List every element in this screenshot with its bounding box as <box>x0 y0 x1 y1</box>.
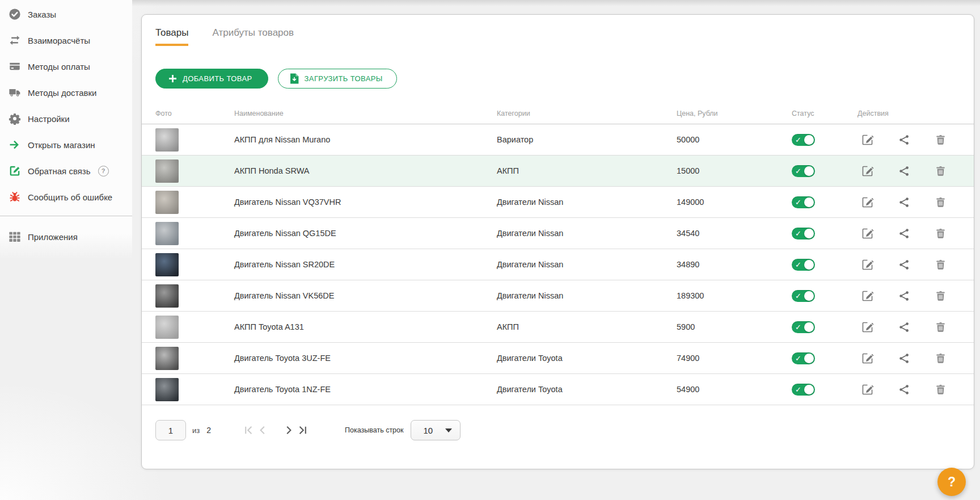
share-icon[interactable] <box>898 384 910 396</box>
sidebar-menu: Заказы Взаиморасчёты Методы оплаты Метод… <box>0 1 132 210</box>
table-body: АКПП для Nissan Murano Вариатор 50000 ✓ … <box>142 124 974 405</box>
edit-icon[interactable] <box>861 352 874 365</box>
trash-icon[interactable] <box>935 165 947 177</box>
check-icon: ✓ <box>795 384 801 395</box>
help-circle-icon[interactable]: ? <box>98 166 109 177</box>
status-toggle[interactable]: ✓ <box>792 259 815 271</box>
product-name: Двигатель Nissan SR20DE <box>234 260 497 269</box>
status-toggle[interactable]: ✓ <box>792 196 815 208</box>
chevron-down-icon <box>445 428 452 432</box>
product-photo <box>155 316 179 339</box>
sidebar-item-apps[interactable]: Приложения <box>0 224 132 250</box>
tab-products[interactable]: Товары <box>155 27 188 46</box>
trash-icon[interactable] <box>935 352 947 364</box>
product-photo <box>155 378 179 401</box>
trash-icon[interactable] <box>935 259 947 271</box>
page-number-input[interactable]: 1 <box>155 420 186 440</box>
edit-icon[interactable] <box>861 289 874 302</box>
upload-products-button[interactable]: ЗАГРУЗИТЬ ТОВАРЫ <box>278 69 397 89</box>
check-circle-icon <box>8 7 22 21</box>
status-toggle[interactable]: ✓ <box>792 165 815 177</box>
share-icon[interactable] <box>898 321 910 333</box>
edit-icon[interactable] <box>861 227 874 240</box>
status-toggle[interactable]: ✓ <box>792 134 815 146</box>
tab-product-attributes[interactable]: Атрибуты товаров <box>212 27 294 46</box>
edit-icon[interactable] <box>861 196 874 209</box>
sidebar-item-6[interactable]: Обратная связь ? <box>0 158 132 184</box>
top-shadow <box>0 0 980 6</box>
trash-icon[interactable] <box>935 196 947 208</box>
product-category: Двигатели Nissan <box>497 291 677 300</box>
status-toggle[interactable]: ✓ <box>792 384 815 396</box>
status-toggle[interactable]: ✓ <box>792 321 815 333</box>
check-icon: ✓ <box>795 259 801 270</box>
pagination-total-pages: 2 <box>206 426 211 435</box>
trash-icon[interactable] <box>935 321 947 333</box>
product-price: 149000 <box>677 198 788 207</box>
toggle-knob <box>804 166 814 176</box>
product-photo <box>155 347 179 370</box>
status-toggle[interactable]: ✓ <box>792 352 815 364</box>
edit-icon[interactable] <box>861 383 874 396</box>
share-icon[interactable] <box>898 196 910 208</box>
product-price: 34890 <box>677 260 788 269</box>
check-icon: ✓ <box>795 291 801 301</box>
grid-icon <box>8 230 22 243</box>
products-card: Товары Атрибуты товаров ДОБАВИТЬ ТОВАР З… <box>141 14 974 469</box>
pagination-of-label: из <box>192 426 200 435</box>
product-name: АКПП Honda SRWA <box>234 166 497 175</box>
sidebar-item-label: Приложения <box>28 232 78 242</box>
product-photo <box>155 253 179 276</box>
prev-page-icon[interactable] <box>259 426 265 435</box>
first-page-icon[interactable] <box>244 426 254 435</box>
product-photo <box>155 284 179 308</box>
sidebar-item-2[interactable]: Методы оплаты <box>0 53 132 79</box>
upload-products-label: ЗАГРУЗИТЬ ТОВАРЫ <box>305 74 383 83</box>
sidebar-item-0[interactable]: Заказы <box>0 1 132 27</box>
share-icon[interactable] <box>898 165 910 177</box>
check-icon: ✓ <box>795 322 801 333</box>
toggle-knob <box>804 260 814 270</box>
edit-icon[interactable] <box>861 321 874 334</box>
product-price: 54900 <box>677 385 788 394</box>
share-icon[interactable] <box>898 228 910 240</box>
sidebar-item-5[interactable]: Открыть магазин <box>0 132 132 158</box>
col-header-price: Цена, Рубли <box>677 110 788 117</box>
add-product-button[interactable]: ДОБАВИТЬ ТОВАР <box>155 69 268 89</box>
truck-icon <box>8 86 22 99</box>
trash-icon[interactable] <box>935 134 947 146</box>
next-page-icon[interactable] <box>286 426 293 435</box>
share-icon[interactable] <box>898 352 910 364</box>
edit-icon[interactable] <box>861 165 874 178</box>
trash-icon[interactable] <box>935 290 947 302</box>
plus-icon <box>168 74 177 83</box>
status-toggle[interactable]: ✓ <box>792 290 815 302</box>
sidebar-item-4[interactable]: Настройки <box>0 106 132 132</box>
edit-icon[interactable] <box>861 258 874 271</box>
rows-per-page-select[interactable]: 10 <box>411 420 461 440</box>
trash-icon[interactable] <box>935 384 947 396</box>
col-header-category: Категории <box>497 110 677 117</box>
sidebar-item-3[interactable]: Методы доставки <box>0 79 132 106</box>
sidebar-item-7[interactable]: Сообщить об ошибке <box>0 184 132 210</box>
last-page-icon[interactable] <box>298 426 307 435</box>
share-icon[interactable] <box>898 290 910 302</box>
arrow-right-icon <box>8 138 22 152</box>
product-price: 50000 <box>677 135 788 144</box>
share-icon[interactable] <box>898 259 910 271</box>
share-icon[interactable] <box>898 134 910 146</box>
rows-per-page-value: 10 <box>423 426 433 435</box>
sidebar-item-1[interactable]: Взаиморасчёты <box>0 27 132 53</box>
trash-icon[interactable] <box>935 228 947 240</box>
product-category: АКПП <box>497 166 677 175</box>
edit-icon[interactable] <box>861 133 874 146</box>
help-fab-button[interactable]: ? <box>937 468 966 496</box>
add-product-label: ДОБАВИТЬ ТОВАР <box>183 74 252 83</box>
transfer-arrows-icon <box>8 33 22 47</box>
product-name: Двигатель Nissan VQ37VHR <box>234 198 497 207</box>
product-name: Двигатель Toyota 1NZ-FE <box>234 385 497 394</box>
check-icon: ✓ <box>795 166 801 177</box>
status-toggle[interactable]: ✓ <box>792 228 815 240</box>
product-price: 34540 <box>677 229 788 238</box>
table-row: АКПП Honda SRWA АКПП 15000 ✓ <box>142 156 974 187</box>
